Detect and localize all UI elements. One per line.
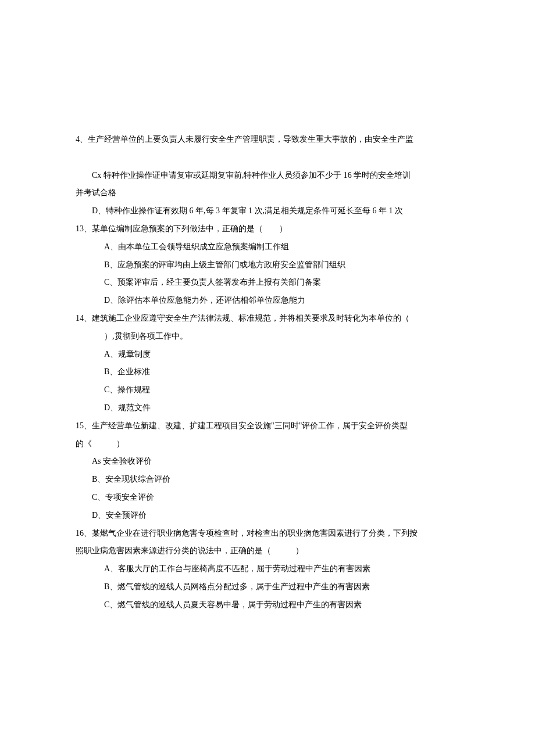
text-line: C、燃气管线的巡线人员夏天容易中暑，属于劳动过程中产生的有害因素 (76, 596, 459, 614)
text-line: A、由本单位工会领导组织成立应急预案编制工作组 (76, 238, 459, 256)
text-line: 的《 ） (76, 435, 459, 453)
text-line: As 安全验收评价 (76, 453, 459, 471)
text-line: C、专项安全评价 (76, 489, 459, 507)
text-line: B、应急预案的评审均由上级主管部门或地方政府安全监管部门组织 (76, 256, 459, 274)
text-line: C、预案评审后，经主要负责人签署发布并上报有关部门备案 (76, 274, 459, 292)
text-line: B、企业标准 (76, 363, 459, 381)
text-line (76, 149, 459, 167)
text-line: 14、建筑施工企业应遵守安全生产法律法规、标准规范，并将相关要求及时转化为本单位… (76, 310, 459, 328)
text-line: B、安全现状综合评价 (76, 471, 459, 489)
text-line: C、操作规程 (76, 381, 459, 399)
text-line: D、规范文件 (76, 399, 459, 417)
text-line: 15、生产经营单位新建、改建、扩建工程项目安全设施"三同时"评价工作，属于安全评… (76, 417, 459, 435)
text-line: 16、某燃气企业在进行职业病危害专项检查时，对检查出的职业病危害因素进行了分类，… (76, 525, 459, 543)
text-line: D、安全预评价 (76, 507, 459, 525)
text-line: D、特种作业操作证有效期 6 年,每 3 年复审 1 次,满足相关规定条件可延长… (76, 202, 459, 220)
text-line: Cx 特种作业操作证申请复审或延期复审前,特种作业人员须参加不少于 16 学时的… (76, 167, 459, 185)
document-body: 4、生产经营单位的上要负责人未履行安全生产管理职责，导致发生重大事故的，由安全生… (76, 131, 459, 614)
text-line: B、燃气管线的巡线人员网格点分配过多，属于生产过程中产生的有害因素 (76, 578, 459, 596)
text-line: 4、生产经营单位的上要负责人未履行安全生产管理职责，导致发生重大事故的，由安全生… (76, 131, 459, 149)
text-line: A、规章制度 (76, 346, 459, 364)
text-line: ）,贯彻到各项工作中。 (76, 328, 459, 346)
text-line: 13、某单位编制应急预案的下列做法中，正确的是（ ） (76, 220, 459, 238)
text-line: A、客服大厅的工作台与座椅高度不匹配，屈于劳动过程中产生的有害因素 (76, 560, 459, 578)
text-line: D、除评估本单位应急能力外，还评估相邻单位应急能力 (76, 292, 459, 310)
text-line: 并考试合格 (76, 184, 459, 202)
text-line: 照职业病危害因素来源进行分类的说法中，正确的是（ ） (76, 542, 459, 560)
